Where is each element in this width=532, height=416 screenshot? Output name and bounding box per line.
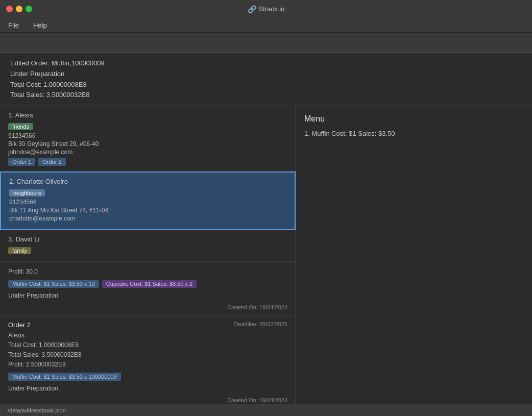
muffin-tag[interactable]: Muffin Cost: $1 Sales: $3.50 x 10 (8, 280, 99, 288)
cupcake-tag[interactable]: Cupcake Cost: $1 Sales: $3.50 x 2 (102, 280, 197, 288)
order-section-1: Profit: 30.0 Muffin Cost: $1 Sales: $3.5… (0, 262, 296, 315)
toolbar (0, 33, 532, 53)
contact-number: 3. David Li (8, 235, 287, 243)
contact-email: johndoe@example.com (8, 149, 287, 156)
item-tags: Muffin Cost: $1 Sales: $3.50 x 10 Cupcak… (8, 280, 287, 288)
window-controls[interactable] (6, 6, 32, 12)
contact-name: David Li (15, 235, 39, 243)
contact-phone: 91234566 (9, 199, 286, 206)
order-header: Edited Order: Muffin,100000009 Under Pre… (0, 53, 532, 106)
deadline: Deadline: 28/02/2025 (234, 321, 287, 331)
order-total-cost: Total Cost: 1.00000008E8 (8, 340, 287, 350)
order-line3: Total Cost: 1.00000008E8 (10, 80, 522, 90)
menu-item-row: 1. Muffin Cost: $1 Sales: $3.50 (304, 130, 524, 137)
contact-tag: family (8, 247, 31, 254)
created-on: Created On: 19/04/2024 (8, 304, 287, 310)
order-line4: Total Sales: 3.50000032E8 (10, 90, 522, 101)
menu-item-1: 1. Muffin Cost: $1 Sales: $3.50 (304, 130, 395, 137)
created-on: Created On: 19/04/2024 (8, 397, 287, 403)
menu-help[interactable]: Help (30, 20, 50, 30)
statusbar: ./data/addressbook.json (0, 404, 532, 416)
order-status: Under Preparation (8, 291, 287, 301)
order-title: Order 2 (8, 321, 31, 329)
left-panel[interactable]: 1. Alexis friends 91234566 Blk 30 Geylan… (0, 106, 296, 404)
menu-title: Menu (304, 114, 524, 124)
menu-file[interactable]: File (5, 20, 22, 30)
minimize-button[interactable] (16, 6, 22, 12)
contact-address: Blk 30 Geylang Street 29, #06-40 (8, 140, 287, 148)
order-row: Order 2 Deadline: 28/02/2025 (8, 321, 287, 331)
item-tags: Muffin Cost: $1 Sales: $3.50 x 100000009 (8, 373, 287, 381)
order-tag-1[interactable]: Order 1 (8, 158, 35, 166)
contact-email: charlotte@example.com (9, 215, 286, 222)
contact-name: Alexis (15, 111, 33, 119)
titlebar: 🔗 Strack.io (0, 0, 532, 18)
main-content: 1. Alexis friends 91234566 Blk 30 Geylan… (0, 106, 532, 404)
maximize-button[interactable] (26, 6, 32, 12)
order-line2: Under Preparation (10, 69, 522, 80)
order-tags: Order 1 Order 2 (8, 158, 287, 166)
statusbar-text: ./data/addressbook.json (6, 407, 66, 413)
order-profit: Profit: 2.50000032E8 (8, 360, 287, 370)
menubar: File Help (0, 18, 532, 33)
order-tag-2[interactable]: Order 2 (38, 158, 65, 166)
order-section-2: Order 2 Deadline: 28/02/2025 Alexis Tota… (0, 316, 296, 404)
order-customer: Alexis (8, 331, 287, 340)
contact-tag: friends (8, 123, 33, 130)
contact-card[interactable]: 1. Alexis friends 91234566 Blk 30 Geylan… (0, 106, 296, 172)
close-button[interactable] (6, 6, 13, 12)
contact-name: Charlotte Oliveiro (16, 178, 67, 185)
contact-phone: 91234566 (8, 132, 287, 139)
right-panel: Menu 1. Muffin Cost: $1 Sales: $3.50 (296, 106, 532, 404)
order-profit: Profit: 30.0 (8, 267, 287, 277)
contact-card-selected[interactable]: 2. Charlotte Oliveiro neighbours 9123456… (0, 172, 296, 230)
order-status: Under Preparation (8, 384, 287, 394)
contact-number: 2. Charlotte Oliveiro (9, 178, 286, 185)
app-title: 🔗 Strack.io (248, 5, 285, 13)
contact-card[interactable]: 3. David Li family (0, 230, 296, 262)
contact-number: 1. Alexis (8, 111, 287, 119)
contact-tag: neighbours (9, 189, 45, 197)
order-line1: Edited Order: Muffin,100000009 (10, 58, 522, 69)
order-total-sales: Total Sales: 3.50000032E8 (8, 350, 287, 360)
app-icon: 🔗 (248, 5, 256, 13)
muffin-large-tag[interactable]: Muffin Cost: $1 Sales: $3.50 x 100000009 (8, 373, 121, 381)
contact-address: Blk 11 Ang Mo Kio Street 74, #11-04 (9, 207, 286, 214)
